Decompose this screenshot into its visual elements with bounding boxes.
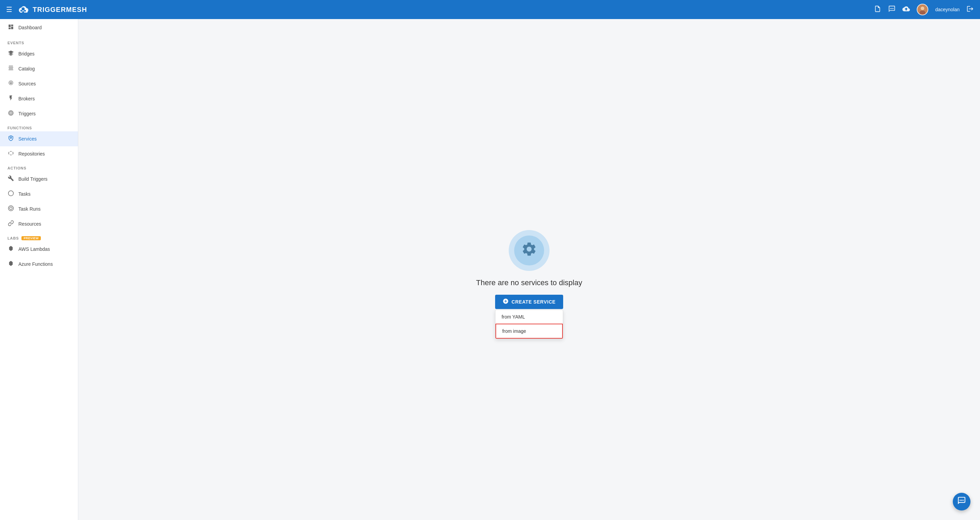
dropdown-item-from-yaml[interactable]: from YAML	[495, 310, 563, 324]
sidebar-item-resources[interactable]: Resources	[0, 216, 78, 231]
create-service-button[interactable]: CREATE SERVICE	[495, 295, 563, 309]
sidebar-item-build-triggers[interactable]: Build Triggers	[0, 172, 78, 186]
sidebar-item-triggers[interactable]: Triggers	[0, 106, 78, 121]
sidebar-item-repositories[interactable]: Repositories	[0, 146, 78, 161]
sidebar-item-sources[interactable]: Sources	[0, 76, 78, 91]
svg-point-25	[959, 499, 961, 501]
svg-point-4	[22, 8, 25, 11]
avatar	[917, 4, 928, 15]
svg-marker-24	[9, 261, 13, 266]
svg-point-9	[891, 8, 892, 9]
logo-text: TRIGGERMESH	[33, 6, 87, 14]
svg-point-13	[920, 11, 926, 15]
svg-point-6	[21, 10, 22, 11]
upload-icon[interactable]	[902, 5, 910, 14]
sidebar-label: Sources	[18, 81, 36, 86]
svg-point-20	[8, 191, 14, 196]
resources-icon	[8, 220, 14, 228]
svg-point-14	[11, 83, 11, 84]
svg-point-10	[893, 8, 894, 9]
sidebar-label: Azure Functions	[18, 261, 53, 267]
sidebar: Dashboard EVENTS Bridges Catalog Sources	[0, 19, 78, 520]
logo: TRIGGERMESH	[17, 3, 87, 16]
tasks-icon	[8, 190, 14, 198]
sidebar-section-functions: FUNCTIONS	[0, 121, 78, 131]
gear-circle-inner	[514, 235, 544, 266]
sidebar-label: Resources	[18, 221, 41, 227]
sidebar-section-events: EVENTS	[0, 36, 78, 46]
create-service-wrapper: CREATE SERVICE from YAML from image	[495, 295, 563, 309]
sidebar-item-bridges[interactable]: Bridges	[0, 46, 78, 61]
gear-circle-outer	[509, 230, 550, 271]
sidebar-label: Triggers	[18, 111, 36, 116]
sidebar-item-task-runs[interactable]: Task Runs	[0, 202, 78, 216]
docs-icon[interactable]	[874, 5, 881, 14]
sidebar-label: Tasks	[18, 191, 30, 197]
brokers-icon	[8, 95, 14, 102]
logout-icon[interactable]	[966, 5, 974, 14]
logo-icon	[17, 3, 29, 16]
svg-point-21	[8, 206, 14, 211]
bridges-icon	[8, 50, 14, 57]
svg-point-8	[890, 8, 891, 9]
sidebar-label: Repositories	[18, 151, 45, 157]
empty-state: There are no services to display CREATE …	[476, 230, 582, 309]
svg-point-5	[22, 11, 24, 13]
sidebar-label: Bridges	[18, 51, 34, 57]
svg-point-26	[961, 499, 962, 501]
sidebar-item-label: Dashboard	[18, 25, 42, 30]
sidebar-item-catalog[interactable]: Catalog	[0, 61, 78, 76]
create-service-dropdown: from YAML from image	[495, 310, 563, 339]
azure-functions-icon	[8, 260, 14, 268]
create-service-label: CREATE SERVICE	[511, 299, 555, 305]
sidebar-label: Build Triggers	[18, 176, 48, 182]
build-triggers-icon	[8, 175, 14, 183]
sidebar-item-aws-lambdas[interactable]: AWS Lambdas	[0, 242, 78, 257]
sidebar-item-brokers[interactable]: Brokers	[0, 91, 78, 106]
username: daceynolan	[935, 7, 959, 12]
layout: Dashboard EVENTS Bridges Catalog Sources	[0, 19, 980, 520]
sidebar-label: Task Runs	[18, 206, 40, 211]
svg-point-12	[921, 6, 924, 10]
sidebar-label: AWS Lambdas	[18, 246, 50, 252]
menu-icon[interactable]: ☰	[6, 5, 12, 14]
sidebar-item-tasks[interactable]: Tasks	[0, 186, 78, 202]
catalog-icon	[8, 65, 14, 73]
sidebar-item-dashboard[interactable]: Dashboard	[0, 19, 78, 36]
svg-point-27	[963, 499, 964, 501]
sources-icon	[8, 80, 14, 87]
fab-button[interactable]	[953, 493, 970, 510]
sidebar-label: Services	[18, 136, 37, 142]
repositories-icon	[8, 150, 14, 157]
triggers-icon	[8, 110, 14, 118]
fab-icon	[957, 496, 966, 507]
sidebar-section-actions: ACTIONS	[0, 161, 78, 172]
svg-marker-23	[9, 246, 13, 251]
sidebar-section-labs: LABS PREVIEW	[0, 231, 78, 242]
avatar-img	[917, 5, 928, 14]
main-content: There are no services to display CREATE …	[78, 19, 980, 520]
sidebar-label: Brokers	[18, 96, 35, 102]
services-icon	[8, 135, 14, 143]
sidebar-item-services[interactable]: Services	[0, 131, 78, 146]
sidebar-label: Catalog	[18, 66, 35, 72]
gear-icon	[521, 241, 537, 260]
task-runs-icon	[8, 205, 14, 213]
svg-point-17	[11, 113, 11, 113]
plus-circle-icon	[503, 298, 509, 305]
sidebar-item-azure-functions[interactable]: Azure Functions	[0, 257, 78, 272]
empty-title: There are no services to display	[476, 278, 582, 287]
topnav: ☰ TRIGGERMESH	[0, 0, 980, 19]
dashboard-icon	[8, 24, 14, 31]
dropdown-item-from-image[interactable]: from image	[495, 324, 563, 339]
chat-icon[interactable]	[888, 5, 896, 14]
svg-point-7	[24, 10, 26, 11]
aws-lambdas-icon	[8, 245, 14, 253]
preview-badge: PREVIEW	[21, 236, 40, 240]
svg-point-22	[10, 207, 12, 210]
